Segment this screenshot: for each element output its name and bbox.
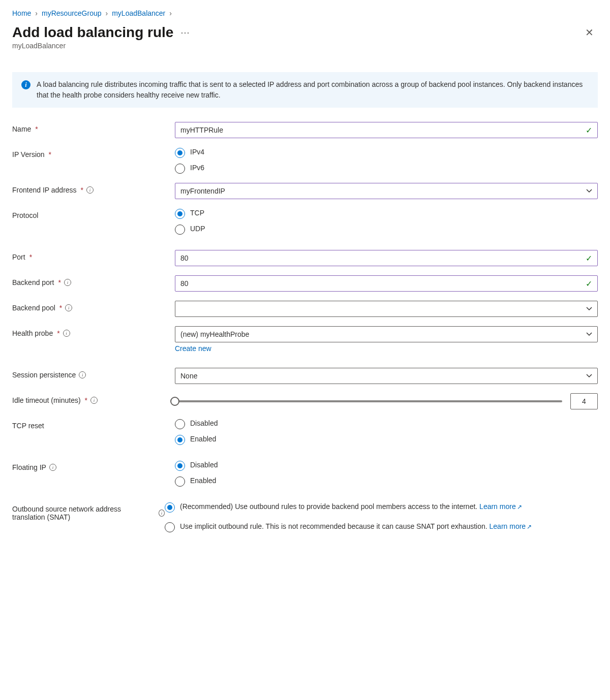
snat-label: Outbound source network address translat… [12, 502, 165, 521]
chevron-right-icon: › [169, 9, 172, 17]
floating-ip-enabled-label: Enabled [190, 476, 216, 486]
frontend-ip-label: Frontend IP address* i [12, 183, 175, 194]
ip-version-ipv6-radio[interactable] [175, 164, 185, 174]
info-circle-icon[interactable]: i [86, 186, 94, 194]
snat-recommended-radio[interactable] [165, 502, 175, 513]
floating-ip-enabled-radio[interactable] [175, 476, 185, 487]
tcp-reset-enabled-radio[interactable] [175, 435, 185, 445]
page-title: Add load balancing rule [12, 24, 173, 41]
ip-version-label: IP Version* [12, 147, 175, 158]
name-value: myHTTPRule [180, 126, 223, 134]
learn-more-link[interactable]: Learn more↗ [479, 502, 522, 511]
idle-timeout-slider[interactable] [175, 400, 562, 402]
breadcrumb: Home › myResourceGroup › myLoadBalancer … [12, 9, 598, 17]
snat-recommended-text: (Recommended) Use outbound rules to prov… [180, 502, 598, 512]
more-actions-button[interactable]: ⋯ [180, 27, 190, 38]
info-circle-icon[interactable]: i [90, 397, 98, 404]
backend-port-label: Backend port* i [12, 275, 175, 287]
info-circle-icon[interactable]: i [159, 510, 165, 517]
backend-pool-label: Backend pool* i [12, 301, 175, 312]
session-persistence-value: None [180, 372, 197, 380]
session-persistence-select[interactable]: None [175, 368, 598, 384]
learn-more-link[interactable]: Learn more↗ [490, 522, 532, 530]
info-icon: i [21, 80, 30, 89]
port-label: Port* [12, 250, 175, 261]
external-link-icon: ↗ [527, 523, 532, 530]
snat-implicit-radio[interactable] [165, 522, 175, 532]
info-circle-icon[interactable]: i [64, 279, 71, 286]
breadcrumb-resource-group[interactable]: myResourceGroup [42, 9, 102, 17]
frontend-ip-value: myFrontendIP [180, 187, 225, 195]
breadcrumb-home[interactable]: Home [12, 9, 31, 17]
floating-ip-disabled-label: Disabled [190, 460, 218, 470]
chevron-right-icon: › [106, 9, 108, 17]
info-banner-text: A load balancing rule distributes incomi… [37, 79, 589, 101]
checkmark-icon: ✓ [586, 279, 592, 289]
close-button[interactable]: ✕ [581, 25, 598, 40]
checkmark-icon: ✓ [586, 125, 592, 135]
name-input[interactable]: myHTTPRule ✓ [175, 122, 598, 138]
ip-version-ipv6-label: IPv6 [190, 163, 204, 173]
protocol-tcp-label: TCP [190, 208, 204, 218]
health-probe-value: (new) myHealthProbe [180, 330, 249, 338]
snat-implicit-text: Use implicit outbound rule. This is not … [180, 522, 598, 532]
name-label: Name* [12, 122, 175, 133]
chevron-down-icon [586, 306, 592, 312]
chevron-right-icon: › [35, 9, 38, 17]
port-value: 80 [180, 254, 189, 262]
frontend-ip-select[interactable]: myFrontendIP [175, 183, 598, 199]
tcp-reset-enabled-label: Enabled [190, 434, 216, 444]
chevron-down-icon [586, 188, 592, 194]
floating-ip-label: Floating IP i [12, 460, 175, 471]
protocol-label: Protocol [12, 208, 175, 219]
protocol-udp-radio[interactable] [175, 225, 185, 235]
idle-timeout-input[interactable] [570, 393, 598, 409]
create-new-link[interactable]: Create new [175, 344, 211, 353]
protocol-tcp-radio[interactable] [175, 209, 185, 219]
health-probe-select[interactable]: (new) myHealthProbe [175, 326, 598, 342]
checkmark-icon: ✓ [586, 253, 592, 263]
floating-ip-disabled-radio[interactable] [175, 461, 185, 471]
info-circle-icon[interactable]: i [65, 304, 72, 311]
info-circle-icon[interactable]: i [49, 464, 56, 471]
protocol-udp-label: UDP [190, 224, 205, 234]
session-persistence-label: Session persistence i [12, 368, 175, 379]
info-circle-icon[interactable]: i [63, 330, 70, 337]
ip-version-ipv4-label: IPv4 [190, 147, 204, 157]
port-input[interactable]: 80 ✓ [175, 250, 598, 266]
backend-pool-select[interactable] [175, 301, 598, 317]
tcp-reset-disabled-radio[interactable] [175, 419, 185, 429]
page-subtitle: myLoadBalancer [12, 42, 598, 50]
external-link-icon: ↗ [517, 503, 522, 511]
slider-thumb[interactable] [170, 397, 179, 406]
backend-port-input[interactable]: 80 ✓ [175, 275, 598, 292]
idle-timeout-label: Idle timeout (minutes)* i [12, 393, 175, 404]
chevron-down-icon [586, 331, 592, 337]
info-circle-icon[interactable]: i [79, 371, 86, 378]
chevron-down-icon [586, 373, 592, 379]
backend-port-value: 80 [180, 279, 189, 288]
health-probe-label: Health probe* i [12, 326, 175, 337]
ip-version-ipv4-radio[interactable] [175, 148, 185, 158]
tcp-reset-disabled-label: Disabled [190, 419, 218, 429]
tcp-reset-label: TCP reset [12, 419, 175, 430]
info-banner: i A load balancing rule distributes inco… [12, 72, 598, 108]
breadcrumb-load-balancer[interactable]: myLoadBalancer [112, 9, 165, 17]
